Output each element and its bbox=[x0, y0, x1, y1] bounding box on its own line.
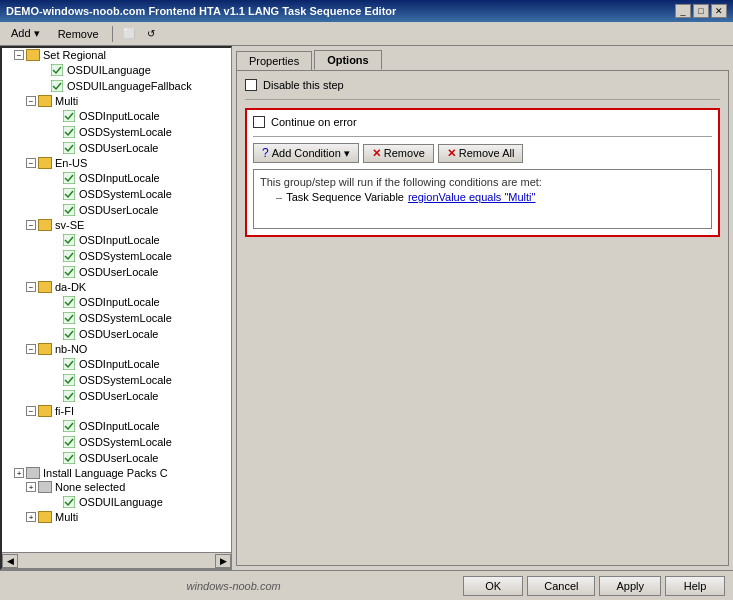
tree-item[interactable]: OSDUserLocale bbox=[2, 450, 231, 466]
tree-item[interactable]: +None selected bbox=[2, 480, 231, 494]
tree-item[interactable]: OSDInputLocale bbox=[2, 356, 231, 372]
folder-icon bbox=[38, 219, 52, 231]
tree-item[interactable]: OSDUserLocale bbox=[2, 388, 231, 404]
check-icon bbox=[62, 141, 76, 155]
tree-item[interactable]: OSDSystemLocale bbox=[2, 124, 231, 140]
apply-button[interactable]: Apply bbox=[599, 576, 661, 596]
tree-item[interactable]: −En-US bbox=[2, 156, 231, 170]
scroll-left-btn[interactable]: ◀ bbox=[2, 554, 18, 568]
tree-item-label: None selected bbox=[55, 481, 125, 493]
tree-item[interactable]: OSDSystemLocale bbox=[2, 310, 231, 326]
ok-button[interactable]: OK bbox=[463, 576, 523, 596]
remove-menu-button[interactable]: Remove bbox=[51, 25, 106, 43]
add-condition-button[interactable]: ? Add Condition ▾ bbox=[253, 143, 359, 163]
expand-icon[interactable]: − bbox=[26, 220, 36, 230]
tree-item-label: sv-SE bbox=[55, 219, 84, 231]
expand-icon[interactable]: + bbox=[14, 468, 24, 478]
tree-item-label: Install Language Packs C bbox=[43, 467, 168, 479]
tree-item[interactable]: −nb-NO bbox=[2, 342, 231, 356]
tree-panel: −Set Regional OSDUILanguage OSDUILanguag… bbox=[0, 46, 232, 570]
tree-item-label: OSDUILanguage bbox=[67, 64, 151, 76]
cancel-button[interactable]: Cancel bbox=[527, 576, 595, 596]
tree-item[interactable]: OSDInputLocale bbox=[2, 108, 231, 124]
tree-item[interactable]: OSDUILanguage bbox=[2, 62, 231, 78]
expand-icon[interactable]: − bbox=[26, 282, 36, 292]
tab-options[interactable]: Options bbox=[314, 50, 382, 70]
tree-item[interactable]: −sv-SE bbox=[2, 218, 231, 232]
tree-item[interactable]: OSDInputLocale bbox=[2, 170, 231, 186]
svg-rect-8 bbox=[63, 234, 75, 246]
minimize-button[interactable]: _ bbox=[675, 4, 691, 18]
tree-item[interactable]: OSDSystemLocale bbox=[2, 186, 231, 202]
expand-icon[interactable]: + bbox=[26, 512, 36, 522]
condition-var-label: Task Sequence Variable bbox=[286, 191, 404, 203]
svg-rect-4 bbox=[63, 142, 75, 154]
svg-rect-11 bbox=[63, 296, 75, 308]
tree-item[interactable]: OSDUserLocale bbox=[2, 202, 231, 218]
toolbar-icon-2[interactable]: ↺ bbox=[141, 24, 161, 44]
check-icon bbox=[62, 357, 76, 371]
check-icon bbox=[62, 435, 76, 449]
close-button[interactable]: ✕ bbox=[711, 4, 727, 18]
tree-item[interactable]: +Install Language Packs C bbox=[2, 466, 231, 480]
tree-item[interactable]: −fi-FI bbox=[2, 404, 231, 418]
check-icon bbox=[62, 495, 76, 509]
remove-all-x-icon: ✕ bbox=[447, 147, 456, 160]
window-controls: _ □ ✕ bbox=[675, 4, 727, 18]
condition-text-area: This group/step will run if the followin… bbox=[253, 169, 712, 229]
tree-item[interactable]: OSDUserLocale bbox=[2, 264, 231, 280]
expand-icon[interactable]: − bbox=[26, 96, 36, 106]
svg-rect-3 bbox=[63, 126, 75, 138]
expand-icon[interactable]: − bbox=[26, 158, 36, 168]
tree-item[interactable]: OSDInputLocale bbox=[2, 418, 231, 434]
tree-item[interactable]: OSDSystemLocale bbox=[2, 372, 231, 388]
tree-item[interactable]: OSDUserLocale bbox=[2, 140, 231, 156]
folder-icon bbox=[38, 405, 52, 417]
tree-horizontal-scrollbar[interactable]: ◀ ▶ bbox=[2, 552, 231, 568]
tree-item[interactable]: OSDSystemLocale bbox=[2, 248, 231, 264]
tree-item[interactable]: OSDUILanguageFallback bbox=[2, 78, 231, 94]
tree-item[interactable]: OSDInputLocale bbox=[2, 294, 231, 310]
tree-item[interactable]: −Set Regional bbox=[2, 48, 231, 62]
svg-rect-12 bbox=[63, 312, 75, 324]
question-icon: ? bbox=[262, 146, 269, 160]
condition-variable-row: – Task Sequence Variable regionValue equ… bbox=[276, 191, 705, 203]
expand-icon[interactable]: − bbox=[14, 50, 24, 60]
help-button[interactable]: Help bbox=[665, 576, 725, 596]
check-icon bbox=[62, 389, 76, 403]
tree-item-label: OSDSystemLocale bbox=[79, 312, 172, 324]
scroll-right-btn[interactable]: ▶ bbox=[215, 554, 231, 568]
remove-all-condition-button[interactable]: ✕ Remove All bbox=[438, 144, 524, 163]
toolbar-icon-1[interactable]: ⬜ bbox=[119, 24, 139, 44]
svg-rect-17 bbox=[63, 420, 75, 432]
check-icon bbox=[62, 171, 76, 185]
folder-icon bbox=[38, 481, 52, 493]
tree-item[interactable]: −Multi bbox=[2, 94, 231, 108]
tree-scroll[interactable]: −Set Regional OSDUILanguage OSDUILanguag… bbox=[2, 48, 231, 552]
tree-item[interactable]: +Multi bbox=[2, 510, 231, 524]
condition-var-value[interactable]: regionValue equals "Multi" bbox=[408, 191, 535, 203]
tree-item[interactable]: −da-DK bbox=[2, 280, 231, 294]
expand-icon[interactable]: − bbox=[26, 406, 36, 416]
disable-step-checkbox[interactable] bbox=[245, 79, 257, 91]
tab-properties[interactable]: Properties bbox=[236, 51, 312, 70]
expand-icon[interactable]: − bbox=[26, 344, 36, 354]
tree-item[interactable]: OSDUILanguage bbox=[2, 494, 231, 510]
svg-rect-5 bbox=[63, 172, 75, 184]
tree-item[interactable]: OSDInputLocale bbox=[2, 232, 231, 248]
expand-icon[interactable]: + bbox=[26, 482, 36, 492]
maximize-button[interactable]: □ bbox=[693, 4, 709, 18]
tree-item[interactable]: OSDSystemLocale bbox=[2, 434, 231, 450]
check-icon bbox=[62, 265, 76, 279]
check-icon bbox=[62, 249, 76, 263]
check-icon bbox=[62, 203, 76, 217]
continue-on-error-checkbox[interactable] bbox=[253, 116, 265, 128]
tree-item-label: Multi bbox=[55, 95, 78, 107]
remove-condition-button[interactable]: ✕ Remove bbox=[363, 144, 434, 163]
tree-item[interactable]: OSDUserLocale bbox=[2, 326, 231, 342]
add-menu-button[interactable]: Add ▾ bbox=[4, 24, 47, 43]
bottom-bar: windows-noob.com OK Cancel Apply Help bbox=[0, 570, 733, 600]
check-icon bbox=[62, 451, 76, 465]
tree-item-label: OSDUserLocale bbox=[79, 204, 158, 216]
tree-item-label: OSDSystemLocale bbox=[79, 250, 172, 262]
